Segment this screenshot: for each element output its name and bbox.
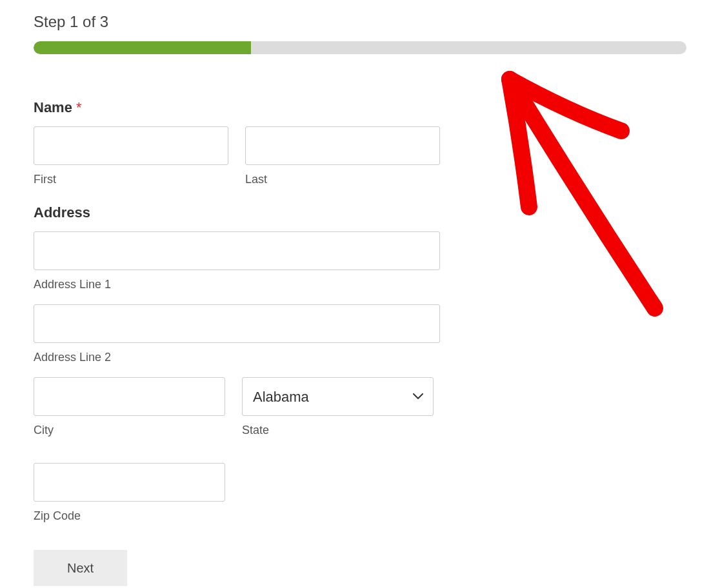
city-sublabel: City xyxy=(34,424,225,437)
form-step-1: Name * First Last Address Address Line 1… xyxy=(34,99,440,586)
address-block: Address Line 1 Address Line 2 City Alaba… xyxy=(34,231,440,523)
address-line1-input[interactable] xyxy=(34,231,440,270)
zip-field: Zip Code xyxy=(34,463,225,523)
state-select[interactable]: Alabama xyxy=(242,377,434,416)
address-label: Address xyxy=(34,204,440,221)
name-row: First Last xyxy=(34,126,440,186)
last-name-input[interactable] xyxy=(245,126,440,165)
last-name-sublabel: Last xyxy=(245,173,440,186)
progress-bar-fill xyxy=(34,41,251,54)
annotation-arrow-icon xyxy=(471,66,677,324)
address-line2-field: Address Line 2 xyxy=(34,304,440,364)
zip-input[interactable] xyxy=(34,463,225,502)
address-line2-input[interactable] xyxy=(34,304,440,343)
address-line1-sublabel: Address Line 1 xyxy=(34,278,440,291)
state-sublabel: State xyxy=(242,424,434,437)
first-name-field: First xyxy=(34,126,228,186)
state-field: Alabama State xyxy=(242,377,434,437)
first-name-input[interactable] xyxy=(34,126,228,165)
address-line1-field: Address Line 1 xyxy=(34,231,440,291)
name-label: Name * xyxy=(34,99,440,116)
name-label-text: Name xyxy=(34,99,72,115)
first-name-sublabel: First xyxy=(34,173,228,186)
city-state-row: City Alabama State xyxy=(34,377,440,450)
progress-bar xyxy=(34,41,686,54)
city-input[interactable] xyxy=(34,377,225,416)
last-name-field: Last xyxy=(245,126,440,186)
required-indicator: * xyxy=(76,99,82,115)
city-field: City xyxy=(34,377,225,437)
step-indicator: Step 1 of 3 xyxy=(34,13,686,31)
next-button[interactable]: Next xyxy=(34,550,127,586)
zip-sublabel: Zip Code xyxy=(34,509,225,523)
address-line2-sublabel: Address Line 2 xyxy=(34,351,440,364)
